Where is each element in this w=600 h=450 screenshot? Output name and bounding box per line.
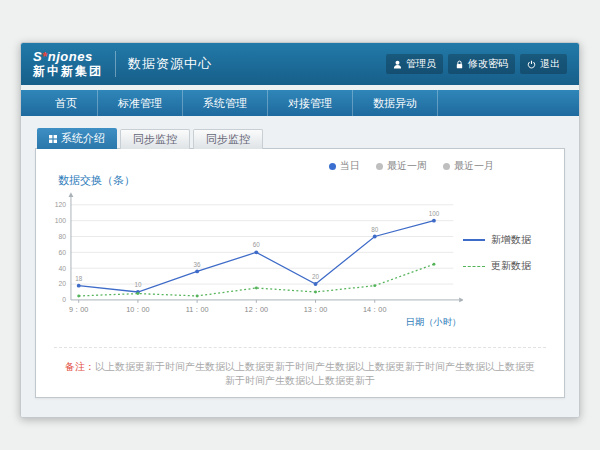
admin-user-label: 管理员 bbox=[406, 57, 436, 71]
dotted-line-sample-icon bbox=[463, 266, 485, 267]
footnote-prefix: 备注： bbox=[65, 361, 95, 372]
main-nav: 首页 标准管理 系统管理 对接管理 数据异动 bbox=[21, 90, 579, 116]
nav-item-system-mgmt[interactable]: 系统管理 bbox=[183, 90, 268, 116]
data-point bbox=[254, 250, 258, 254]
y-tick-label: 0 bbox=[62, 296, 66, 303]
x-tick-label: 13：00 bbox=[304, 305, 327, 314]
logout-label: 退出 bbox=[540, 57, 560, 71]
grid-icon bbox=[49, 135, 57, 143]
data-point bbox=[314, 282, 318, 286]
data-point-label: 20 bbox=[312, 273, 320, 280]
chart-row: 0204060801001209：0010：0011：0012：0013：001… bbox=[36, 189, 564, 339]
admin-user-button[interactable]: 管理员 bbox=[386, 54, 443, 74]
tab-sync-monitor-2[interactable]: 同步监控 bbox=[193, 129, 263, 149]
logout-button[interactable]: 退出 bbox=[520, 54, 567, 74]
series-legend-update-data[interactable]: 更新数据 bbox=[463, 259, 564, 273]
x-tick-label: 14：00 bbox=[363, 305, 386, 314]
person-icon bbox=[393, 60, 402, 69]
solid-line-sample-icon bbox=[463, 239, 485, 241]
page-title: 数据资源中心 bbox=[128, 55, 212, 73]
y-tick-label: 20 bbox=[59, 280, 67, 287]
nav-item-home[interactable]: 首页 bbox=[35, 90, 98, 116]
chart-x-axis-label: 日期（小时） bbox=[406, 317, 461, 327]
data-point bbox=[373, 235, 377, 239]
data-point-label: 10 bbox=[134, 281, 142, 288]
data-point-label: 60 bbox=[253, 241, 261, 248]
data-point bbox=[432, 263, 435, 266]
data-point-label: 100 bbox=[429, 210, 440, 217]
data-point-label: 36 bbox=[194, 261, 202, 268]
last-month-dot-icon bbox=[443, 163, 450, 170]
data-point bbox=[136, 292, 139, 295]
series-update-data-label: 更新数据 bbox=[491, 259, 531, 273]
nav-item-data-change[interactable]: 数据异动 bbox=[353, 90, 438, 116]
brand-logo-name: S*njones bbox=[33, 50, 103, 64]
x-tick-label: 11：00 bbox=[186, 305, 209, 314]
x-tick-label: 12：00 bbox=[245, 305, 268, 314]
data-point-label: 18 bbox=[75, 275, 83, 282]
series-legend: 新增数据 更新数据 bbox=[463, 189, 564, 339]
x-tick-label: 10：00 bbox=[126, 305, 149, 314]
data-point bbox=[77, 294, 80, 297]
line-chart: 0204060801001209：0010：0011：0012：0013：001… bbox=[36, 189, 463, 339]
brand-logo-subtitle: 新中新集团 bbox=[33, 65, 103, 78]
series-new-data-label: 新增数据 bbox=[491, 233, 531, 247]
data-point-label: 80 bbox=[371, 226, 379, 233]
lock-icon bbox=[455, 60, 464, 69]
filter-last-month-label: 最近一月 bbox=[454, 159, 494, 173]
y-tick-label: 60 bbox=[59, 249, 67, 256]
tab-system-intro[interactable]: 系统介绍 bbox=[37, 128, 117, 149]
change-password-label: 修改密码 bbox=[468, 57, 508, 71]
change-password-button[interactable]: 修改密码 bbox=[448, 54, 515, 74]
tab-system-intro-label: 系统介绍 bbox=[61, 131, 105, 146]
tab-sync-monitor-1-label: 同步监控 bbox=[133, 132, 177, 147]
range-filter-legend: 当日 最近一周 最近一月 bbox=[36, 149, 564, 173]
nav-item-connection-mgmt[interactable]: 对接管理 bbox=[268, 90, 353, 116]
content-panel: 当日 最近一周 最近一月 数据交换（条） 0204060801001209：00… bbox=[35, 148, 565, 398]
filter-last-week[interactable]: 最近一周 bbox=[376, 159, 427, 173]
data-point bbox=[432, 219, 436, 223]
series-line-0 bbox=[79, 221, 434, 292]
chart-y-axis-label: 数据交换（条） bbox=[58, 173, 564, 187]
y-tick-label: 80 bbox=[59, 233, 67, 240]
tab-bar: 系统介绍 同步监控 同步监控 bbox=[37, 128, 565, 149]
filter-last-month[interactable]: 最近一月 bbox=[443, 159, 494, 173]
today-dot-icon bbox=[329, 163, 336, 170]
nav-item-standard-mgmt[interactable]: 标准管理 bbox=[98, 90, 183, 116]
app-window: S*njones 新中新集团 数据资源中心 管理员 修改密码 bbox=[20, 42, 580, 418]
power-icon bbox=[527, 60, 536, 69]
data-point bbox=[373, 284, 376, 287]
data-point bbox=[195, 269, 199, 273]
brand-logo: S*njones 新中新集团 bbox=[33, 50, 103, 77]
filter-last-week-label: 最近一周 bbox=[387, 159, 427, 173]
footnote-text: 以上数据更新于时间产生数据以上数据更新于时间产生数据以上数据更新于时间产生数据以… bbox=[95, 361, 535, 386]
footnote: 备注：以上数据更新于时间产生数据以上数据更新于时间产生数据以上数据更新于时间产生… bbox=[54, 347, 546, 388]
content-area: 系统介绍 同步监控 同步监控 当日 最近一周 bbox=[21, 116, 579, 418]
data-point bbox=[255, 287, 258, 290]
filter-today[interactable]: 当日 bbox=[329, 159, 360, 173]
app-header: S*njones 新中新集团 数据资源中心 管理员 修改密码 bbox=[21, 43, 579, 85]
data-point bbox=[196, 294, 199, 297]
header-divider bbox=[115, 51, 116, 77]
header-buttons: 管理员 修改密码 退出 bbox=[386, 54, 567, 74]
y-tick-label: 120 bbox=[55, 201, 67, 208]
x-tick-label: 9：00 bbox=[69, 305, 88, 314]
tab-sync-monitor-2-label: 同步监控 bbox=[206, 132, 250, 147]
y-tick-label: 40 bbox=[59, 265, 67, 272]
series-legend-new-data[interactable]: 新增数据 bbox=[463, 233, 564, 247]
data-point bbox=[77, 284, 81, 288]
y-tick-label: 100 bbox=[55, 217, 67, 224]
filter-today-label: 当日 bbox=[340, 159, 360, 173]
data-point bbox=[314, 291, 317, 294]
y-axis-arrow-icon bbox=[69, 192, 74, 197]
last-week-dot-icon bbox=[376, 163, 383, 170]
tab-sync-monitor-1[interactable]: 同步监控 bbox=[120, 129, 190, 149]
